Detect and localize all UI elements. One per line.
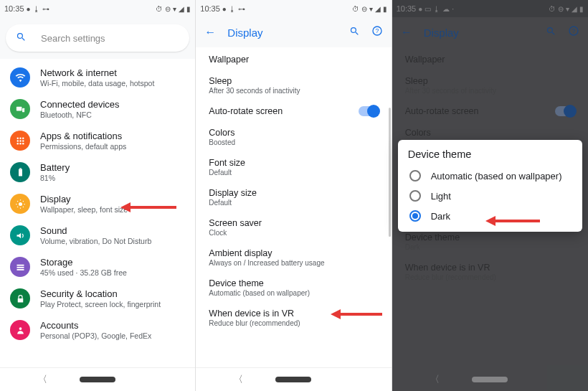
nav-bar: 〈 bbox=[0, 367, 195, 391]
option-title: Ambient display bbox=[209, 248, 378, 258]
display-settings-pane: 10:35 ● ⭳ ⊶ ⏱ ⊖ ▾ ◢ ▮ ← Display ? bbox=[196, 0, 392, 391]
settings-title: Connected devices bbox=[40, 99, 185, 110]
display-option[interactable]: Screen saverClock bbox=[196, 212, 391, 242]
nav-back[interactable]: 〈 bbox=[38, 373, 47, 386]
back-icon[interactable]: ← bbox=[204, 26, 216, 39]
nav-bar: 〈 bbox=[196, 367, 391, 391]
status-time: 10:35 bbox=[200, 4, 220, 13]
display-icon bbox=[10, 194, 30, 214]
settings-row-sound[interactable]: SoundVolume, vibration, Do Not Disturb bbox=[0, 220, 195, 251]
settings-subtitle: Volume, vibration, Do Not Disturb bbox=[40, 237, 185, 245]
download-icon: ⭳ bbox=[33, 5, 40, 13]
alarm-icon: ⏱ bbox=[156, 5, 163, 13]
nav-home-pill[interactable] bbox=[275, 377, 311, 382]
option-title: Screen saver bbox=[209, 218, 378, 228]
svg-text:?: ? bbox=[375, 27, 379, 34]
svg-point-4 bbox=[22, 137, 24, 139]
account-icon bbox=[10, 320, 30, 340]
search-icon[interactable] bbox=[349, 26, 360, 39]
option-title: Auto-rotate screen bbox=[209, 106, 283, 116]
svg-point-10 bbox=[22, 143, 24, 145]
svg-point-2 bbox=[16, 137, 19, 139]
toggle-switch[interactable] bbox=[359, 106, 379, 116]
settings-subtitle: 81% bbox=[40, 174, 185, 182]
settings-root-pane: 10:35 ● ⭳ ⊶ ⏱ ⊖ ▾ ◢ ▮ Search settings Ne… bbox=[0, 0, 196, 391]
settings-title: Battery bbox=[40, 162, 185, 173]
option-subtitle: Reduce blur (recommended) bbox=[209, 319, 378, 327]
dialog-title: Device theme bbox=[408, 149, 572, 160]
alarm-icon: ⏱ bbox=[352, 5, 359, 13]
option-title: When device is in VR bbox=[209, 308, 378, 319]
settings-row-storage[interactable]: Storage45% used · 35.28 GB free bbox=[0, 251, 195, 283]
svg-rect-0 bbox=[16, 106, 22, 110]
display-option[interactable]: ColorsBoosted bbox=[196, 122, 391, 152]
option-subtitle: Boosted bbox=[209, 138, 378, 146]
settings-row-battery[interactable]: Battery81% bbox=[0, 156, 195, 188]
option-title: Display size bbox=[209, 188, 378, 198]
nav-back[interactable]: 〈 bbox=[234, 373, 243, 386]
search-placeholder: Search settings bbox=[41, 33, 105, 44]
scrollbar[interactable] bbox=[389, 108, 391, 237]
settings-row-wifi[interactable]: Network & internetWi-Fi, mobile, data us… bbox=[0, 62, 195, 93]
svg-rect-17 bbox=[17, 298, 23, 302]
nav-home-pill[interactable] bbox=[80, 377, 115, 382]
svg-rect-15 bbox=[16, 266, 24, 268]
svg-rect-11 bbox=[19, 169, 22, 176]
theme-option[interactable]: Dark bbox=[408, 206, 572, 226]
settings-list[interactable]: Network & internetWi-Fi, mobile, data us… bbox=[0, 59, 195, 367]
svg-rect-1 bbox=[22, 108, 24, 112]
option-title: Colors bbox=[209, 128, 378, 138]
settings-row-display[interactable]: DisplayWallpaper, sleep, font size bbox=[0, 188, 195, 220]
option-title: Font size bbox=[209, 158, 378, 168]
settings-title: Apps & notifications bbox=[40, 131, 185, 141]
radio-icon bbox=[409, 190, 421, 202]
settings-title: Storage bbox=[40, 257, 185, 268]
lock-icon bbox=[10, 288, 30, 308]
radio-label: Automatic (based on wallpaper) bbox=[431, 171, 562, 182]
wifi-icon: ▾ bbox=[173, 5, 176, 13]
settings-row-account[interactable]: AccountsPersonal (POP3), Google, FedEx bbox=[0, 314, 195, 346]
display-option[interactable]: Ambient displayAlways on / Increased bat… bbox=[196, 242, 391, 273]
settings-title: Accounts bbox=[40, 320, 185, 331]
theme-option[interactable]: Automatic (based on wallpaper) bbox=[408, 166, 572, 186]
svg-point-3 bbox=[19, 137, 22, 139]
search-settings[interactable]: Search settings bbox=[6, 24, 189, 52]
chat-icon: ● bbox=[222, 5, 227, 13]
dnd-icon: ⊖ bbox=[361, 5, 367, 13]
wifi-icon bbox=[10, 67, 30, 88]
option-title: Wallpaper bbox=[209, 55, 378, 65]
help-icon[interactable]: ? bbox=[371, 25, 383, 39]
svg-point-8 bbox=[16, 143, 19, 145]
sound-icon bbox=[10, 225, 30, 245]
radio-label: Light bbox=[431, 191, 451, 202]
display-option[interactable]: Device themeAutomatic (based on wallpape… bbox=[196, 273, 391, 303]
svg-rect-14 bbox=[16, 264, 24, 265]
download-icon: ⭳ bbox=[229, 5, 236, 13]
settings-row-apps[interactable]: Apps & notificationsPermissions, default… bbox=[0, 125, 195, 156]
display-option-auto-rotate[interactable]: Auto-rotate screen bbox=[196, 100, 391, 122]
option-subtitle: After 30 seconds of inactivity bbox=[209, 87, 378, 95]
settings-row-devices[interactable]: Connected devicesBluetooth, NFC bbox=[0, 93, 195, 125]
settings-subtitle: Bluetooth, NFC bbox=[40, 110, 185, 119]
display-option[interactable]: Font sizeDefault bbox=[196, 152, 391, 182]
devices-icon bbox=[10, 99, 30, 119]
status-bar: 10:35 ● ⭳ ⊶ ⏱ ⊖ ▾ ◢ ▮ bbox=[196, 0, 391, 17]
display-option[interactable]: SleepAfter 30 seconds of inactivity bbox=[196, 70, 391, 100]
display-option[interactable]: When device is in VRReduce blur (recomme… bbox=[196, 303, 391, 333]
status-bar: 10:35 ● ⭳ ⊶ ⏱ ⊖ ▾ ◢ ▮ bbox=[0, 0, 195, 17]
settings-title: Sound bbox=[40, 225, 185, 236]
apps-icon bbox=[10, 131, 30, 151]
settings-row-lock[interactable]: Security & locationPlay Protect, screen … bbox=[0, 283, 195, 314]
option-subtitle: Default bbox=[209, 169, 378, 176]
display-option[interactable]: Wallpaper bbox=[196, 49, 391, 70]
display-option[interactable]: Display sizeDefault bbox=[196, 182, 391, 212]
theme-option[interactable]: Light bbox=[408, 186, 572, 206]
option-subtitle: Clock bbox=[209, 229, 378, 237]
settings-title: Network & internet bbox=[40, 67, 185, 78]
signal-icon: ◢ bbox=[179, 5, 184, 13]
svg-rect-16 bbox=[16, 269, 24, 270]
display-options-list[interactable]: WallpaperSleepAfter 30 seconds of inacti… bbox=[196, 47, 391, 367]
settings-subtitle: Play Protect, screen lock, fingerprint bbox=[40, 300, 185, 308]
chat-icon: ● bbox=[27, 5, 31, 13]
app-bar: ← Display ? bbox=[196, 17, 391, 47]
